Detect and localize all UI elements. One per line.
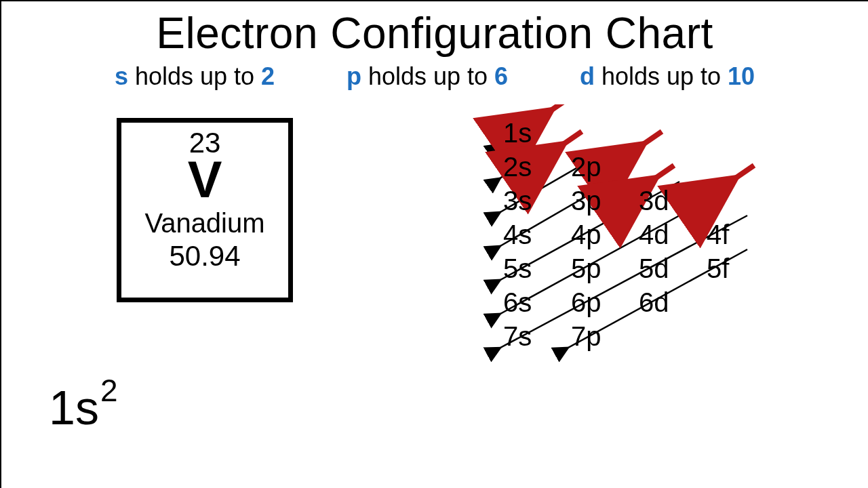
orbital-2s: 2s [503, 152, 532, 182]
rule-s: s holds up to 2 [115, 62, 275, 91]
orbital-6s: 6s [503, 287, 532, 318]
aufbau-diagram: 1s2s2p3s3p3d4s4p4d4f5s5p5d5f6s6p6d7s7p [462, 104, 815, 362]
orbital-5f: 5f [707, 253, 729, 284]
orbital-3d: 3d [639, 186, 669, 216]
orbital-3p: 3p [571, 186, 601, 216]
orbital-5p: 5p [571, 253, 601, 284]
orbital-4p: 4p [571, 220, 601, 250]
subshell-rules: s holds up to 2 p holds up to 6 d holds … [79, 62, 791, 91]
element-name: Vanadium [121, 208, 288, 239]
highlight-arrow-icon [640, 131, 662, 146]
orbital-3s: 3s [503, 186, 532, 216]
page-title: Electron Configuration Chart [1, 8, 868, 58]
rule-d-max: 10 [728, 62, 755, 90]
rule-p: p holds up to 6 [347, 62, 508, 91]
highlight-arrow-icon [560, 131, 582, 146]
orbital-4d: 4d [639, 220, 669, 250]
orbital-5d: 5d [639, 253, 669, 284]
orbital-2p: 2p [571, 152, 601, 182]
element-mass: 50.94 [121, 240, 288, 272]
rule-p-sub: p [347, 62, 361, 90]
rule-d-sub: d [580, 62, 595, 90]
orbital-7p: 7p [571, 321, 601, 352]
element-symbol: V [121, 154, 288, 205]
rule-p-max: 6 [494, 62, 508, 90]
config-base: 1s [49, 382, 99, 434]
electron-config: 1s2 [49, 381, 118, 435]
highlight-arrow-icon [548, 104, 570, 113]
content-area: 23 V Vanadium 50.94 1s2s2p3s3p3d4s4p4d4f… [1, 91, 868, 443]
highlight-arrow-icon [652, 165, 674, 180]
highlight-arrow-icon [732, 165, 754, 180]
rule-d: d holds up to 10 [580, 62, 755, 91]
orbital-7s: 7s [503, 321, 532, 352]
orbital-4f: 4f [707, 220, 729, 250]
rule-s-max: 2 [261, 62, 275, 90]
rule-s-sub: s [115, 62, 128, 90]
orbital-6d: 6d [639, 287, 669, 318]
orbital-1s: 1s [503, 118, 532, 148]
element-box: 23 V Vanadium 50.94 [117, 118, 293, 302]
config-exp: 2 [100, 373, 118, 408]
orbital-6p: 6p [571, 287, 601, 318]
orbital-5s: 5s [503, 253, 532, 284]
orbital-4s: 4s [503, 220, 532, 250]
